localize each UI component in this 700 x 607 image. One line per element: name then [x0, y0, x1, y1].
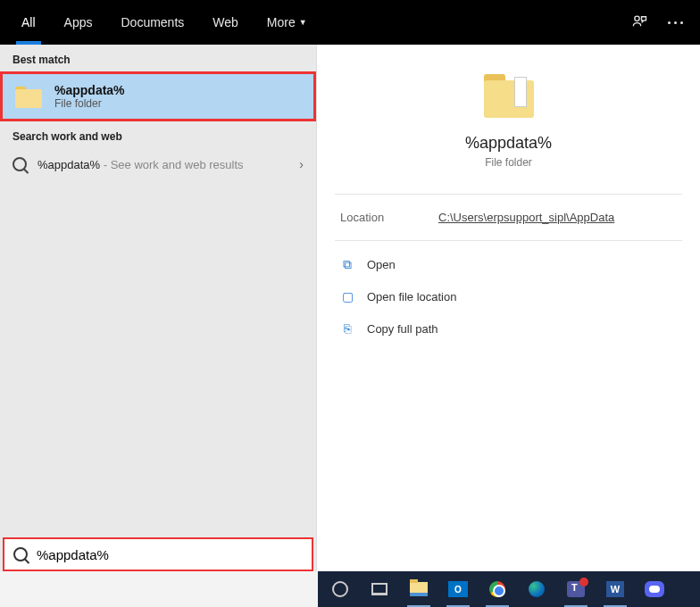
location-row: Location C:\Users\erpsupport_sipl\AppDat… [317, 195, 700, 240]
taskbar-app-explorer[interactable] [402, 575, 436, 603]
section-search-work-web: Search work and web [0, 121, 316, 148]
file-explorer-icon [410, 582, 428, 596]
tab-all[interactable]: All [7, 0, 50, 45]
details-title: %appdata% [335, 134, 682, 153]
tab-label: Web [212, 15, 238, 29]
edge-icon [529, 581, 545, 597]
tab-more[interactable]: More▼ [253, 0, 321, 45]
taskbar-app-teams[interactable] [559, 575, 593, 603]
search-box[interactable] [3, 537, 313, 571]
search-filter-tabs: All Apps Documents Web More▼ [0, 0, 700, 45]
web-result-text: %appdata% - See work and web results [38, 158, 244, 171]
feedback-icon[interactable] [621, 0, 657, 45]
more-options-icon[interactable] [657, 0, 693, 45]
chevron-down-icon: ▼ [299, 18, 307, 27]
details-panel: %appdata% File folder Location C:\Users\… [316, 45, 700, 571]
word-icon: W [606, 581, 624, 597]
task-view-icon [371, 583, 388, 595]
action-label: Open file location [367, 290, 456, 304]
tab-label: All [21, 15, 36, 29]
search-input[interactable] [37, 547, 303, 562]
result-subtitle: File folder [54, 97, 125, 110]
web-result-item[interactable]: %appdata% - See work and web results › [0, 148, 316, 180]
action-open-file-location[interactable]: ▢ Open file location [317, 280, 700, 312]
folder-open-icon: ▢ [340, 289, 354, 304]
open-icon: ⧉ [340, 257, 354, 271]
tab-apps[interactable]: Apps [50, 0, 107, 45]
location-label: Location [340, 211, 438, 224]
taskbar: O W [318, 571, 700, 607]
section-best-match: Best match [0, 45, 316, 71]
search-icon [12, 157, 27, 171]
taskbar-app-discord[interactable] [638, 575, 671, 603]
tab-documents[interactable]: Documents [106, 0, 198, 45]
outlook-icon: O [448, 581, 468, 597]
discord-icon [645, 581, 664, 597]
action-copy-full-path[interactable]: ⎘ Copy full path [317, 312, 700, 345]
location-path[interactable]: C:\Users\erpsupport_sipl\AppData [438, 211, 614, 224]
tab-label: More [267, 15, 296, 29]
search-icon [13, 547, 28, 561]
taskbar-app-word[interactable]: W [598, 575, 632, 603]
results-panel: Best match %appdata% File folder Search … [0, 45, 316, 571]
svg-point-0 [635, 16, 639, 21]
tab-label: Documents [121, 15, 184, 29]
notification-badge [579, 578, 588, 586]
taskbar-app-chrome[interactable] [480, 575, 514, 603]
action-label: Copy full path [367, 322, 438, 336]
taskbar-app-edge[interactable] [520, 575, 554, 603]
task-view-button[interactable] [362, 575, 396, 603]
chevron-right-icon: › [299, 157, 304, 171]
cortana-icon [332, 581, 348, 597]
details-subtitle: File folder [335, 156, 682, 169]
folder-icon [15, 85, 42, 108]
tab-label: Apps [64, 15, 93, 29]
copy-icon: ⎘ [340, 321, 354, 336]
action-open[interactable]: ⧉ Open [317, 248, 700, 280]
teams-icon [567, 581, 585, 597]
chrome-icon [489, 581, 505, 597]
taskbar-app-outlook[interactable]: O [441, 575, 475, 603]
best-match-result[interactable]: %appdata% File folder [0, 71, 316, 121]
cortana-button[interactable] [323, 575, 357, 603]
result-title: %appdata% [54, 83, 125, 97]
tab-web[interactable]: Web [198, 0, 253, 45]
action-label: Open [367, 258, 396, 271]
folder-icon [480, 71, 538, 118]
